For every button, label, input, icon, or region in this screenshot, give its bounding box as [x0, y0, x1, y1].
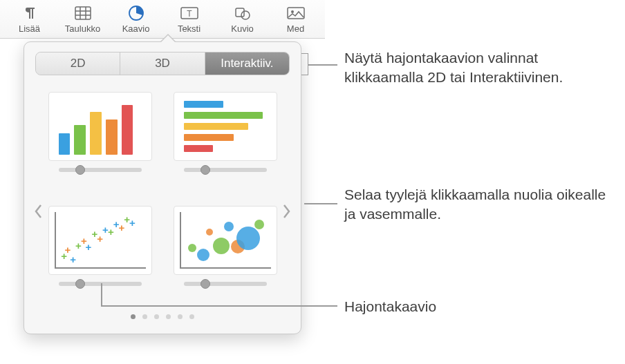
- tab-interactive[interactable]: Interaktiiv.: [205, 52, 289, 75]
- interactive-scatter-chart[interactable]: + + + + + + + + + + + + + +: [48, 206, 152, 306]
- toolbar-item-text[interactable]: T Teksti: [162, 4, 216, 37]
- toolbar-label: Taulukko: [65, 23, 100, 34]
- svg-point-11: [291, 10, 294, 13]
- toolbar-label: Kuvio: [231, 23, 254, 34]
- bubble-chart-thumb: [174, 206, 277, 275]
- slider-thumb: [75, 279, 85, 289]
- annotation-bracket: [301, 53, 308, 75]
- style-slider[interactable]: [59, 282, 142, 286]
- scatter-chart-thumb: + + + + + + + + + + + + + +: [48, 206, 152, 275]
- svg-point-9: [241, 11, 250, 19]
- style-slider[interactable]: [59, 168, 142, 172]
- chart-thumbnail-grid: + + + + + + + + + + + + + +: [35, 92, 290, 306]
- tab-2d[interactable]: 2D: [36, 52, 120, 75]
- annotation-line: [304, 203, 337, 204]
- page-dot: [178, 314, 183, 319]
- style-slider[interactable]: [184, 168, 267, 172]
- slider-thumb: [75, 165, 85, 175]
- page-dot: [154, 314, 159, 319]
- annotation-scatter-label: Hajontakaavio: [344, 297, 436, 316]
- slider-thumb: [200, 165, 210, 175]
- page-dot: [142, 314, 147, 319]
- paragraph-icon: [21, 4, 39, 22]
- toolbar-label: Kaavio: [122, 23, 150, 34]
- annotation-line: [308, 64, 337, 66]
- toolbar-item-shape[interactable]: Kuvio: [216, 4, 269, 37]
- svg-text:T: T: [187, 9, 192, 19]
- interactive-column-chart[interactable]: [48, 92, 152, 192]
- toolbar-item-chart[interactable]: Kaavio: [109, 4, 162, 37]
- style-slider[interactable]: [184, 282, 267, 286]
- annotation-arrows-hint: Selaa tyylejä klikkaamalla nuolia oikeal…: [344, 185, 621, 224]
- slider-thumb: [200, 279, 210, 289]
- page-dot: [189, 314, 194, 319]
- annotation-line: [101, 283, 102, 305]
- annotation-tabs-hint: Näytä hajontakaavion valinnat klikkaamal…: [344, 48, 593, 88]
- toolbar: Lisää Taulukko Kaavio T Teksti Kuvio Med: [0, 0, 325, 39]
- interactive-bubble-chart[interactable]: [173, 206, 277, 306]
- annotation-line: [101, 305, 337, 307]
- table-icon: [74, 4, 92, 22]
- toolbar-item-media[interactable]: Med: [269, 4, 322, 37]
- toolbar-item-table[interactable]: Taulukko: [56, 4, 109, 37]
- shape-icon: [234, 4, 252, 22]
- toolbar-label: Teksti: [178, 23, 200, 34]
- page-dot: [166, 314, 171, 319]
- chart-icon: [127, 4, 145, 22]
- chart-type-tabs: 2D 3D Interaktiiv.: [35, 52, 290, 75]
- bar-chart-thumb: [174, 92, 277, 161]
- svg-rect-0: [75, 7, 91, 19]
- media-icon: [287, 4, 305, 22]
- toolbar-item-insert[interactable]: Lisää: [3, 4, 56, 37]
- interactive-bar-chart[interactable]: [173, 92, 277, 192]
- page-dot: [131, 314, 136, 319]
- chart-popover: 2D 3D Interaktiiv.: [24, 41, 301, 334]
- toolbar-label: Lisää: [19, 23, 40, 34]
- page-indicator[interactable]: [35, 314, 290, 319]
- column-chart-thumb: [48, 92, 152, 161]
- toolbar-label: Med: [287, 23, 304, 34]
- svg-rect-10: [288, 8, 304, 19]
- textbox-icon: T: [180, 4, 198, 22]
- tab-3d[interactable]: 3D: [120, 52, 205, 75]
